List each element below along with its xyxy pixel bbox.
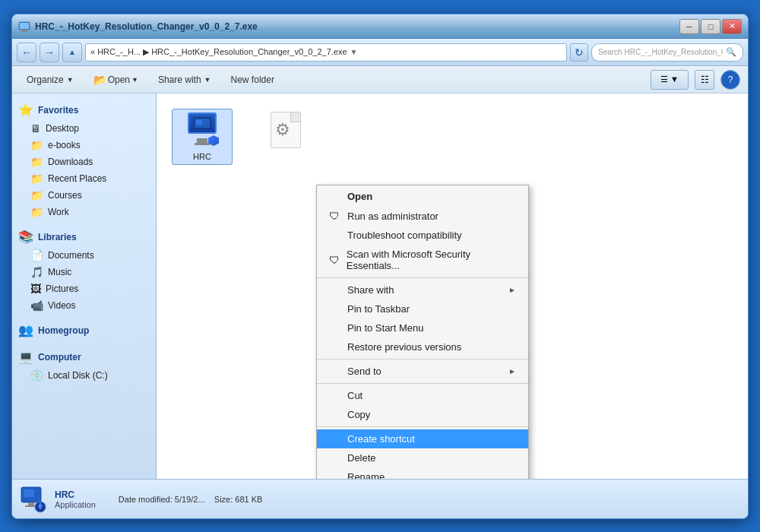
organize-dropdown-icon: ▼ [67, 76, 74, 84]
ctx-rename[interactable]: Rename [317, 467, 528, 479]
recent-places-icon: 📁 [30, 173, 43, 185]
status-details: Date modified: 5/19/2... Size: 681 KB [119, 495, 263, 504]
libraries-header[interactable]: 📚 Libraries [12, 226, 156, 247]
window-icon [18, 21, 30, 33]
ebooks-icon: 📁 [30, 139, 43, 151]
hrc-file-icon [184, 112, 220, 149]
svg-rect-2 [22, 30, 27, 31]
organize-label: Organize [27, 74, 64, 85]
local-disk-icon: 💿 [30, 369, 43, 382]
file-item-settings[interactable]: ⚙ [255, 109, 316, 165]
sidebar-item-ebooks[interactable]: 📁 e-books [12, 137, 156, 154]
svg-rect-10 [28, 502, 34, 505]
ctx-run-as-admin[interactable]: 🛡 Run as administrator [317, 206, 528, 226]
ctx-delete[interactable]: Delete [317, 448, 528, 467]
ctx-troubleshoot[interactable]: Troubleshoot compatibility [317, 226, 528, 245]
sidebar-item-recent-places[interactable]: 📁 Recent Places [12, 170, 156, 187]
maximize-button[interactable]: □ [701, 19, 720, 34]
minimize-button[interactable]: ─ [679, 19, 699, 34]
view-options-button[interactable]: ☰ ▼ [651, 70, 689, 90]
titlebar: HRC_-_HotKey_Resolution_Changer_v0_0_2_7… [12, 14, 748, 39]
date-modified-value: 5/19/2... [175, 495, 205, 504]
breadcrumb-text: « HRC_-_H... ▶ HRC_-_HotKey_Resolution_C… [90, 47, 347, 57]
close-button[interactable]: ✕ [722, 19, 742, 34]
content-area: ⭐ Favorites 🖥 Desktop 📁 e-books 📁 Downlo… [12, 93, 748, 479]
favorites-header[interactable]: ⭐ Favorites [12, 100, 156, 120]
organize-button[interactable]: Organize ▼ [20, 69, 81, 90]
context-menu: Open 🛡 Run as administrator Troubleshoot… [316, 185, 529, 479]
help-button[interactable]: ? [720, 70, 740, 90]
forward-button[interactable]: → [40, 43, 59, 62]
sidebar-item-courses[interactable]: 📁 Courses [12, 187, 156, 204]
sidebar-item-videos[interactable]: 📹 Videos [12, 297, 156, 314]
status-filetype: Application [55, 500, 96, 509]
refresh-button[interactable]: ↻ [570, 43, 588, 62]
new-folder-label: New folder [231, 74, 274, 85]
sidebar-item-local-disk[interactable]: 💿 Local Disk (C:) [12, 367, 156, 384]
size-value: 681 KB [235, 495, 262, 504]
libraries-icon: 📚 [18, 230, 33, 244]
ctx-separator-4 [317, 426, 528, 427]
ctx-pin-taskbar[interactable]: Pin to Taskbar [317, 299, 528, 318]
svg-rect-6 [196, 120, 202, 125]
computer-icon: 💻 [18, 350, 33, 364]
homegroup-header[interactable]: 👥 Homegroup [12, 320, 156, 340]
file-item-hrc[interactable]: HRC [172, 109, 233, 165]
dropdown-arrow[interactable]: ▼ [350, 48, 358, 56]
favorites-section: ⭐ Favorites 🖥 Desktop 📁 e-books 📁 Downlo… [12, 100, 156, 220]
svg-rect-1 [20, 23, 29, 29]
search-icon[interactable]: 🔍 [726, 47, 736, 57]
homegroup-section: 👥 Homegroup [12, 320, 156, 340]
status-filename: HRC [55, 489, 96, 500]
search-field[interactable]: Search HRC_-_HotKey_Resolution_Ch... 🔍 [591, 43, 743, 62]
ctx-scan[interactable]: 🛡 Scan with Microsoft Security Essential… [317, 245, 528, 275]
sidebar-item-pictures[interactable]: 🖼 Pictures [12, 280, 156, 297]
libraries-section: 📚 Libraries 📄 Documents 🎵 Music 🖼 Pictur… [12, 226, 156, 314]
music-icon: 🎵 [30, 266, 43, 278]
ctx-send-to[interactable]: Send to ► [317, 362, 528, 381]
ctx-sendto-arrow: ► [508, 367, 516, 375]
new-folder-button[interactable]: New folder [224, 69, 281, 90]
ctx-share-with[interactable]: Share with ► [317, 280, 528, 299]
svg-rect-3 [21, 31, 28, 32]
ctx-separator-3 [317, 383, 528, 384]
details-view-button[interactable]: ☷ [695, 70, 714, 90]
up-button[interactable]: ▲ [62, 43, 82, 62]
base-icon [195, 143, 210, 145]
ctx-separator-2 [317, 359, 528, 359]
ctx-open[interactable]: Open [317, 187, 528, 206]
computer-header[interactable]: 💻 Computer [12, 347, 156, 367]
settings-file-icon: ⚙ [268, 112, 304, 148]
shield-icon [208, 135, 219, 146]
ctx-pin-start[interactable]: Pin to Start Menu [317, 318, 528, 337]
sidebar-item-downloads[interactable]: 📁 Downloads [12, 154, 156, 170]
open-button[interactable]: 📂 Open ▼ [87, 69, 145, 90]
sidebar-item-work[interactable]: 📁 Work [12, 204, 156, 220]
explorer-window: HRC_-_HotKey_Resolution_Changer_v0_0_2_7… [11, 14, 749, 519]
favorites-icon: ⭐ [18, 103, 33, 117]
ctx-cut[interactable]: Cut [317, 386, 528, 405]
sidebar-item-music[interactable]: 🎵 Music [12, 264, 156, 280]
window-controls: ─ □ ✕ [679, 19, 742, 34]
open-dropdown-icon: ▼ [131, 76, 138, 84]
doc-background: ⚙ [271, 112, 301, 148]
search-placeholder: Search HRC_-_HotKey_Resolution_Ch... [598, 48, 723, 56]
ctx-restore-versions[interactable]: Restore previous versions [317, 337, 528, 356]
computer-label: Computer [38, 352, 81, 363]
favorites-label: Favorites [38, 105, 78, 116]
documents-icon: 📄 [30, 249, 43, 261]
back-button[interactable]: ← [17, 43, 36, 62]
ctx-copy[interactable]: Copy [317, 405, 528, 424]
share-with-label: Share with [158, 74, 201, 85]
libraries-label: Libraries [38, 232, 77, 242]
ctx-create-shortcut[interactable]: Create shortcut [317, 429, 528, 448]
file-area[interactable]: HRC ⚙ Open [157, 93, 748, 479]
sidebar-item-documents[interactable]: 📄 Documents [12, 247, 156, 264]
addressbar: ← → ▲ « HRC_-_H... ▶ HRC_-_HotKey_Resolu… [12, 39, 748, 66]
downloads-icon: 📁 [30, 156, 43, 168]
pictures-icon: 🖼 [30, 283, 41, 295]
sidebar-item-desktop[interactable]: 🖥 Desktop [12, 120, 156, 137]
address-field[interactable]: « HRC_-_H... ▶ HRC_-_HotKey_Resolution_C… [85, 43, 567, 62]
homegroup-icon: 👥 [18, 323, 33, 337]
share-with-button[interactable]: Share with ▼ [151, 69, 218, 90]
